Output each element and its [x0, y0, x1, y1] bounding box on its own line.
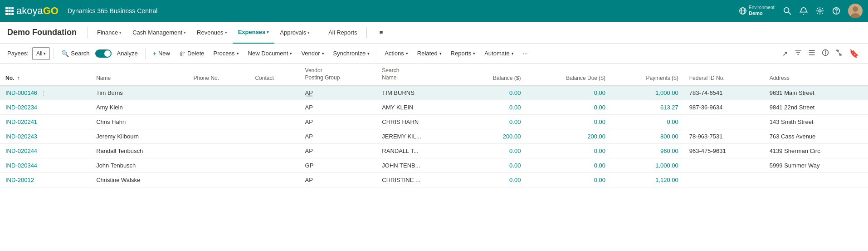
share-icon[interactable]: ➚ [780, 48, 790, 59]
nav-more-button[interactable]: ≡ [374, 22, 389, 44]
cell-address: 5999 Summer Way [764, 158, 868, 173]
nav-all-reports[interactable]: All Reports [323, 22, 363, 44]
table-container[interactable]: No. ↑ Name Phone No. Contact VendorPosti… [0, 64, 868, 251]
chevron-down-icon: ▾ [119, 30, 122, 35]
col-balance-due[interactable]: Balance Due ($) [526, 64, 611, 85]
chevron-down-icon: ▾ [290, 51, 292, 56]
col-federal-id[interactable]: Federal ID No. [684, 64, 764, 85]
cell-balanceDue: 0.00 [526, 144, 611, 158]
record-link[interactable]: IND-020344 [5, 162, 37, 169]
cell-searchName: TIM BURNS [376, 85, 461, 100]
cell-address: 9631 Main Street [764, 85, 868, 100]
nav-item-expenses[interactable]: Expenses ▾ [233, 22, 275, 44]
reports-button[interactable]: Reports ▾ [447, 46, 479, 61]
bookmark-icon[interactable]: 🔖 [847, 47, 861, 60]
plus-icon: + [153, 50, 156, 57]
record-link[interactable]: IND-020241 [5, 118, 37, 125]
record-link[interactable]: IND-020244 [5, 148, 37, 154]
cell-searchName: AMY KLEIN [376, 100, 461, 115]
analyze-button[interactable]: Analyze [113, 46, 141, 61]
col-balance[interactable]: Balance ($) [461, 64, 527, 85]
cell-name: Christine Walske [91, 173, 188, 187]
new-button[interactable]: + New [149, 46, 174, 61]
cell-address: 4139 Sherman Circ [764, 144, 868, 158]
svg-rect-8 [11, 13, 14, 15]
table-row[interactable]: IND-020344John TenbuschGPJOHN TENB...0.0… [0, 158, 868, 173]
cell-contact [249, 129, 299, 144]
list-icon[interactable] [806, 47, 817, 59]
filter-icon[interactable] [793, 47, 804, 59]
cell-payments: 960.00 [611, 144, 684, 158]
filter-all-button[interactable]: All ▾ [32, 47, 50, 60]
table-row[interactable]: IND-020243Jeremy KilbournAPJEREMY KIL...… [0, 129, 868, 144]
grid-icon[interactable] [5, 7, 14, 15]
nav-divider-1 [88, 27, 88, 38]
col-no[interactable]: No. ↑ [0, 64, 91, 85]
toolbar-sep-1 [54, 48, 54, 59]
svg-point-17 [836, 13, 837, 13]
cell-federalId [684, 115, 764, 129]
info-icon[interactable] [820, 47, 831, 59]
nav-item-finance[interactable]: Finance ▾ [92, 22, 127, 44]
toolbar: Payees: All ▾ 🔍 Search Analyze + New 🗑 D… [0, 44, 868, 64]
synchronize-button[interactable]: Synchronize ▾ [330, 46, 374, 61]
nav-item-cash-management[interactable]: Cash Management ▾ [127, 22, 191, 44]
col-address[interactable]: Address [764, 64, 868, 85]
top-bar-right: Environment: Demo [739, 4, 863, 18]
cell-vendorPostingGroup: AP [300, 144, 377, 158]
vendor-button[interactable]: Vendor ▾ [297, 46, 327, 61]
svg-point-12 [784, 8, 789, 13]
expand-icon[interactable] [834, 47, 844, 59]
help-icon[interactable] [832, 6, 841, 15]
table-row[interactable]: IND-20012Christine WalskeAPCHRISTINE ...… [0, 173, 868, 187]
cell-phone [188, 85, 249, 100]
cell-vendorPostingGroup: GP [300, 158, 377, 173]
search-icon[interactable] [783, 6, 792, 15]
chevron-down-icon: ▾ [439, 51, 442, 56]
col-search-name[interactable]: SearchName [376, 64, 461, 85]
app-title: Dynamics 365 Business Central [68, 7, 157, 15]
cell-address [764, 173, 868, 187]
settings-icon[interactable] [815, 6, 824, 15]
record-link[interactable]: IND-020234 [5, 104, 37, 111]
nav-item-approvals[interactable]: Approvals ▾ [274, 22, 315, 44]
bell-icon[interactable] [799, 6, 808, 15]
automate-button[interactable]: Automate ▾ [481, 46, 517, 61]
table-row[interactable]: IND-000146 ⋮Tim BurnsAPTIM BURNS0.000.00… [0, 85, 868, 100]
table-row[interactable]: IND-020241Chris HahnAPCHRIS HAHN0.000.00… [0, 115, 868, 129]
row-context-menu[interactable]: ⋮ [41, 89, 47, 96]
svg-rect-0 [5, 7, 8, 9]
col-contact[interactable]: Contact [249, 64, 299, 85]
svg-line-13 [789, 12, 791, 15]
table-row[interactable]: IND-020234Amy KleinAPAMY KLEIN0.000.0061… [0, 100, 868, 115]
search-button[interactable]: 🔍 Search [58, 46, 93, 61]
second-nav: Demo Foundation Finance ▾ Cash Managemen… [0, 22, 868, 44]
record-link[interactable]: IND-000146 [5, 89, 37, 96]
col-payments[interactable]: Payments ($) [611, 64, 684, 85]
nav-item-revenues[interactable]: Revenues ▾ [191, 22, 233, 44]
new-document-button[interactable]: New Document ▾ [244, 46, 296, 61]
record-link[interactable]: IND-020243 [5, 133, 37, 140]
avatar[interactable] [848, 4, 863, 18]
actions-button[interactable]: Actions ▾ [381, 46, 412, 61]
record-link[interactable]: IND-20012 [5, 177, 34, 183]
nav-divider-3 [366, 27, 367, 38]
col-phone[interactable]: Phone No. [188, 64, 249, 85]
chevron-down-icon: ▾ [267, 30, 269, 34]
cell-federalId [684, 173, 764, 187]
chevron-down-icon: ▾ [225, 30, 227, 35]
cell-balanceDue: 0.00 [526, 85, 611, 100]
more-button[interactable]: ··· [519, 46, 532, 61]
col-name[interactable]: Name [91, 64, 188, 85]
analyze-toggle[interactable] [95, 49, 112, 58]
related-button[interactable]: Related ▾ [414, 46, 445, 61]
svg-point-19 [853, 6, 858, 12]
table-row[interactable]: IND-020244Randall TenbuschAPRANDALL T...… [0, 144, 868, 158]
cell-name: Chris Hahn [91, 115, 188, 129]
delete-button[interactable]: 🗑 Delete [176, 46, 208, 61]
col-vendor-posting[interactable]: VendorPosting Group [300, 64, 377, 85]
svg-rect-3 [5, 10, 8, 12]
process-button[interactable]: Process ▾ [210, 46, 243, 61]
cell-name: Randall Tenbusch [91, 144, 188, 158]
cell-federalId: 963-475-9631 [684, 144, 764, 158]
